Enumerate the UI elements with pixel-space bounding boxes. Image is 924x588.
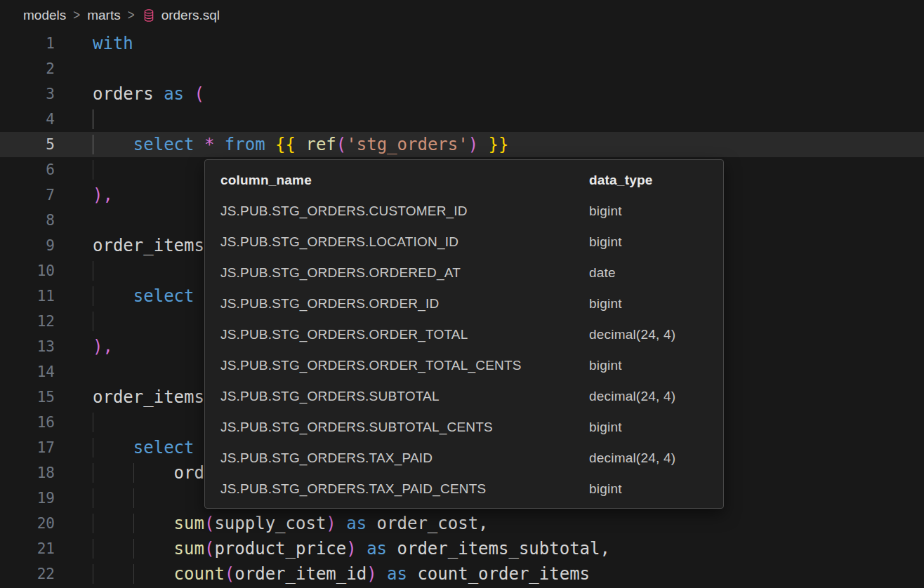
line-number[interactable]: 20 <box>0 511 55 536</box>
column-name-cell: JS.PUB.STG_ORDERS.ORDERED_AT <box>220 258 589 288</box>
column-name-cell: JS.PUB.STG_ORDERS.ORDER_ID <box>220 288 589 319</box>
code-token: orders <box>93 84 164 104</box>
popup-row: JS.PUB.STG_ORDERS.ORDERED_ATdate <box>205 258 723 288</box>
code-token: from <box>225 135 265 154</box>
code-text: count(order_item_id) as count_order_item… <box>55 561 590 587</box>
popup-row: JS.PUB.STG_ORDERS.SUBTOTAL_CENTSbigint <box>205 412 723 443</box>
code-token: ord <box>174 463 204 483</box>
indent-guide <box>93 564 133 584</box>
breadcrumb-item-models[interactable]: models <box>23 8 66 23</box>
line-number[interactable]: 7 <box>0 182 55 208</box>
code-line[interactable]: 5 select * from {{ ref('stg_orders') }} <box>0 132 924 157</box>
code-line[interactable]: 22 count(order_item_id) as count_order_i… <box>0 561 924 587</box>
line-number[interactable]: 3 <box>0 81 55 107</box>
indent-guide <box>93 438 133 457</box>
line-number[interactable]: 10 <box>0 258 55 283</box>
code-token: order_items <box>93 387 204 407</box>
line-number[interactable]: 2 <box>0 56 55 81</box>
line-number[interactable]: 22 <box>0 561 55 587</box>
database-icon <box>142 8 156 22</box>
line-number[interactable]: 12 <box>0 309 55 334</box>
code-token: count <box>174 564 225 584</box>
code-token <box>265 135 275 154</box>
code-text: ord <box>55 460 204 486</box>
code-token: as <box>346 514 367 533</box>
code-line[interactable]: 20 sum(supply_cost) as order_cost, <box>0 511 924 536</box>
code-line[interactable]: 1with <box>0 31 924 56</box>
popup-row: JS.PUB.STG_ORDERS.ORDER_IDbigint <box>205 288 723 319</box>
code-token <box>357 539 367 559</box>
data-type-cell: decimal(24, 4) <box>589 381 708 412</box>
popup-row: JS.PUB.STG_ORDERS.TAX_PAIDdecimal(24, 4) <box>205 443 723 474</box>
code-token: select <box>133 438 194 457</box>
popup-row: JS.PUB.STG_ORDERS.TAX_PAID_CENTSbigint <box>205 474 723 505</box>
code-token: ), <box>93 337 113 356</box>
data-type-cell: bigint <box>589 350 708 381</box>
code-token: * <box>204 135 214 154</box>
code-text: with <box>55 31 133 56</box>
popup-header-row: column_name data_type <box>205 165 723 196</box>
data-type-cell: bigint <box>589 474 708 505</box>
code-token: with <box>93 34 133 53</box>
popup-row: JS.PUB.STG_ORDERS.ORDER_TOTALdecimal(24,… <box>205 319 723 350</box>
code-token: as <box>387 564 407 584</box>
breadcrumb-item-file[interactable]: orders.sql <box>161 8 220 23</box>
code-token: as <box>367 539 387 559</box>
code-token <box>478 135 488 154</box>
code-line[interactable]: 2 <box>0 56 924 81</box>
code-text <box>55 56 93 81</box>
column-name-cell: JS.PUB.STG_ORDERS.CUSTOMER_ID <box>220 196 589 227</box>
breadcrumb: models > marts > orders.sql <box>0 0 924 31</box>
breadcrumb-separator: > <box>73 8 80 24</box>
line-number[interactable]: 4 <box>0 107 55 132</box>
code-text: sum(supply_cost) as order_cost, <box>55 511 489 536</box>
code-token: }} <box>489 135 509 154</box>
code-text <box>55 486 174 511</box>
code-token <box>377 564 387 584</box>
line-number[interactable]: 19 <box>0 486 55 511</box>
column-info-popup: column_name data_type JS.PUB.STG_ORDERS.… <box>204 159 724 509</box>
line-number[interactable]: 15 <box>0 385 55 410</box>
line-number[interactable]: 21 <box>0 536 55 561</box>
line-number[interactable]: 13 <box>0 334 55 359</box>
line-number[interactable]: 1 <box>0 31 55 56</box>
line-number[interactable]: 14 <box>0 359 55 385</box>
indent-guide <box>93 261 133 281</box>
code-text <box>55 359 93 385</box>
indent-guide <box>93 539 133 559</box>
popup-row: JS.PUB.STG_ORDERS.CUSTOMER_IDbigint <box>205 196 723 227</box>
data-type-cell: bigint <box>589 227 708 258</box>
code-text: orders as ( <box>55 81 204 107</box>
popup-rows: JS.PUB.STG_ORDERS.CUSTOMER_IDbigintJS.PU… <box>205 196 723 505</box>
code-token: 'stg_orders' <box>346 135 468 154</box>
indent-guide <box>93 463 133 483</box>
code-editor[interactable]: 1with23orders as (4 5 select * from {{ r… <box>0 31 924 588</box>
line-number[interactable]: 17 <box>0 435 55 460</box>
line-number[interactable]: 9 <box>0 233 55 258</box>
popup-header-data-type: data_type <box>589 165 708 196</box>
code-text: select <box>55 283 194 309</box>
line-number[interactable]: 18 <box>0 460 55 486</box>
code-text <box>55 157 133 182</box>
line-number[interactable]: 11 <box>0 283 55 309</box>
line-number[interactable]: 8 <box>0 208 55 233</box>
indent-guide <box>133 463 174 483</box>
line-number[interactable]: 6 <box>0 157 55 182</box>
code-text <box>55 309 133 334</box>
popup-row: JS.PUB.STG_ORDERS.ORDER_TOTAL_CENTSbigin… <box>205 350 723 381</box>
code-line[interactable]: 21 sum(product_price) as order_items_sub… <box>0 536 924 561</box>
code-token: order_item_id <box>235 564 367 584</box>
breadcrumb-item-marts[interactable]: marts <box>87 8 121 23</box>
code-line[interactable]: 3orders as ( <box>0 81 924 107</box>
indent-guide <box>93 413 133 432</box>
code-token: order_cost, <box>367 514 488 533</box>
line-number[interactable]: 16 <box>0 410 55 435</box>
code-token: select <box>133 135 194 154</box>
code-line[interactable]: 4 <box>0 107 924 132</box>
data-type-cell: decimal(24, 4) <box>589 319 708 350</box>
code-token <box>336 514 346 533</box>
code-text <box>55 107 133 132</box>
indent-guide <box>93 312 133 331</box>
line-number[interactable]: 5 <box>0 132 55 157</box>
code-token: select <box>133 286 194 306</box>
